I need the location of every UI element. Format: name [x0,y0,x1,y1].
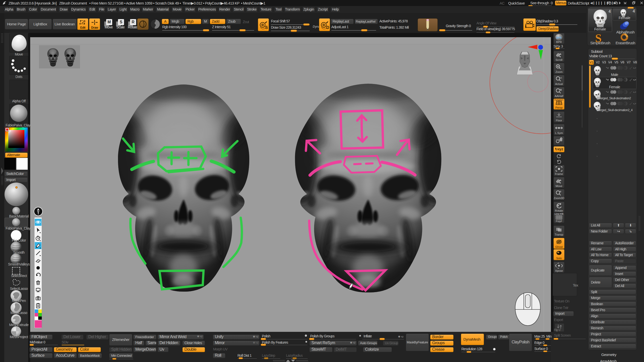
svg-text:S: S [265,25,268,30]
svg-text:D: D [326,25,329,30]
svg-text:x1: x1 [560,77,562,79]
